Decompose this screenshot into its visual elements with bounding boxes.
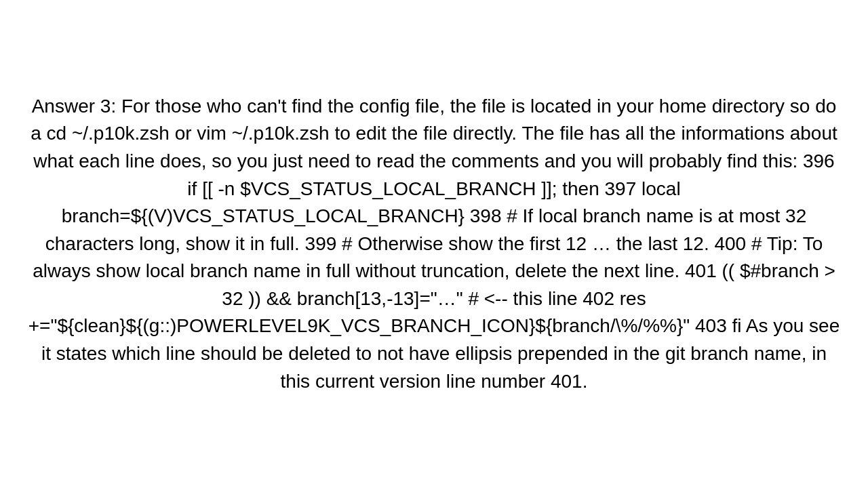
answer-text: Answer 3: For those who can't find the c… — [27, 93, 841, 396]
main-container: Answer 3: For those who can't find the c… — [0, 0, 868, 488]
